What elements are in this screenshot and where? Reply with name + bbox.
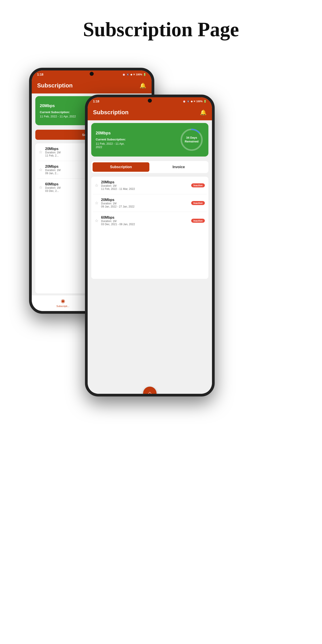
app-bar-back: Subscription 🔔 (32, 78, 152, 94)
badge-inactive-2: Inactive (191, 201, 205, 205)
plan-name-front: 20Mbps (96, 131, 126, 136)
item-plan-2: 20Mbps (101, 198, 188, 202)
subscription-nav-icon: ◉ (61, 298, 65, 304)
plan-name-back: 20Mbps (40, 104, 76, 108)
list-area-front: ☆ 20Mbps Duration: 1M 11 Feb, 2022 - 11 … (91, 177, 208, 279)
fab-area: ⌂ (88, 382, 212, 394)
bell-icon-back[interactable]: 🔔 (140, 82, 146, 89)
card-info-front: 20Mbps Current Subscription: 11 Feb, 202… (96, 131, 126, 149)
days-remained-text: 34 DaysRemained (185, 136, 198, 144)
phones-container: 1:18 ⏰🔇◆✕100%🔋 Subscription 🔔 20Mbps Cur… (0, 50, 322, 564)
tab-invoice[interactable]: Invoice (150, 162, 207, 172)
item-dates-2: 09 Jan, 2022 - 27 Jan, 2022 (101, 205, 188, 208)
nav-label-subscription: Subscripti... (56, 305, 69, 308)
list-item-info-3: 60Mbps Duration: 1M 03 Dec, 2021 - 08 Ja… (101, 216, 188, 226)
status-icons-front: ⏰🔇◆✕100%🔋 (183, 100, 206, 103)
list-item-2: ☆ 20Mbps Duration: 1M 09 Jan, 2022 - 27 … (93, 194, 206, 212)
time-front: 1:18 (93, 100, 99, 103)
subscription-card-front: 20Mbps Current Subscription: 11 Feb, 202… (91, 123, 208, 156)
phone-front: 1:18 ⏰🔇◆✕100%🔋 Subscription 🔔 20Mbps Cur… (85, 94, 215, 396)
phone-front-screen: 1:18 ⏰🔇◆✕100%🔋 Subscription 🔔 20Mbps Cur… (88, 97, 212, 394)
app-title-front: Subscription (93, 109, 128, 116)
list-item-1: ☆ 20Mbps Duration: 1M 11 Feb, 2022 - 11 … (93, 177, 206, 194)
star-icon-1[interactable]: ☆ (95, 183, 98, 188)
fab-button[interactable]: ⌂ (143, 386, 156, 394)
screen-spacer (88, 281, 212, 383)
date-range-back: 11 Feb, 2022 - 11 Apr, 2022 (40, 115, 76, 118)
tabs-container: Subscription Invoice (91, 161, 208, 173)
time-back: 1:18 (37, 73, 44, 76)
app-bar-front: Subscription 🔔 (88, 105, 212, 120)
list-item-info-2: 20Mbps Duration: 1M 09 Jan, 2022 - 27 Ja… (101, 198, 188, 208)
item-duration-2: Duration: 1M (101, 202, 188, 205)
list-item-3: ☆ 60Mbps Duration: 1M 03 Dec, 2021 - 08 … (93, 212, 206, 230)
badge-inactive-3: Inactive (191, 219, 205, 223)
item-dates-3: 03 Dec, 2021 - 08 Jan, 2022 (101, 223, 188, 226)
fab-home-icon: ⌂ (148, 390, 152, 394)
bell-icon-front[interactable]: 🔔 (200, 109, 206, 116)
tab-subscription[interactable]: Subscription (92, 162, 149, 172)
app-title-back: Subscription (37, 82, 73, 89)
star-icon[interactable]: ☆ (39, 150, 42, 154)
page-title: Subscription Page (0, 18, 322, 41)
item-plan-1: 20Mbps (101, 180, 188, 184)
item-plan-3: 60Mbps (101, 216, 188, 220)
current-label-back: Current Subscription: (40, 110, 76, 114)
list-item-info-1: 20Mbps Duration: 1M 11 Feb, 2022 - 11 Ma… (101, 180, 188, 190)
circular-progress: 34 DaysRemained (179, 128, 204, 152)
status-icons-back: ⏰🔇◆✕100%🔋 (122, 73, 146, 76)
star-icon-2[interactable]: ☆ (95, 200, 98, 206)
star-icon[interactable]: ☆ (39, 167, 42, 172)
item-duration-1: Duration: 1M (101, 184, 188, 188)
card-info-back: 20Mbps Current Subscription: 11 Feb, 202… (40, 104, 76, 118)
page-title-area: Subscription Page (0, 0, 322, 50)
star-icon-3[interactable]: ☆ (95, 218, 98, 223)
camera-notch-front (148, 98, 152, 103)
status-bar-front: 1:18 ⏰🔇◆✕100%🔋 (88, 97, 212, 105)
item-duration-3: Duration: 1M (101, 220, 188, 223)
item-dates-1: 11 Feb, 2022 - 11 Mar, 2022 (101, 188, 188, 190)
star-icon[interactable]: ☆ (39, 185, 42, 190)
camera-notch-back (90, 72, 94, 76)
nav-item-subscription[interactable]: ◉ Subscripti... (56, 298, 69, 308)
current-label-front: Current Subscription: (96, 138, 126, 141)
status-bar-back: 1:18 ⏰🔇◆✕100%🔋 (32, 70, 152, 78)
date-range-front: 11 Feb, 2022 - 11 Apr, 2022 (96, 142, 126, 149)
badge-inactive-1: Inactive (191, 183, 205, 188)
